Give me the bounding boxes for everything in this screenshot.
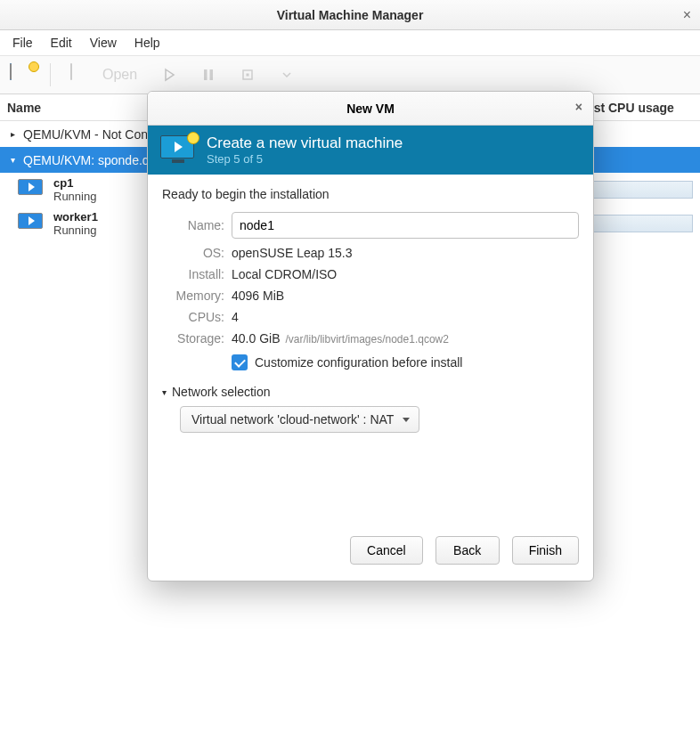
menubar: File Edit View Help (0, 30, 700, 55)
caret-down-icon: ▾ (7, 155, 18, 165)
customize-row: Customize configuration before install (232, 354, 579, 370)
caret-right-icon: ▸ (7, 129, 18, 139)
customize-label: Customize configuration before install (255, 355, 462, 370)
window-close-button[interactable]: × (683, 7, 691, 23)
value-storage: 40.0 GiB /var/lib/libvirt/images/node1.q… (232, 331, 579, 346)
cpu-usage-graph (586, 215, 693, 232)
value-os: openSUSE Leap 15.3 (232, 246, 579, 260)
menu-help[interactable]: Help (127, 33, 167, 53)
new-vm-button[interactable] (9, 61, 37, 89)
shutdown-button[interactable] (233, 61, 262, 89)
network-selection-label: Network selection (172, 385, 271, 399)
vm-name: worker1 (53, 210, 98, 224)
caret-down-icon: ▾ (162, 387, 167, 397)
new-vm-wizard-icon (160, 135, 196, 166)
new-vm-icon (10, 64, 37, 85)
dialog-banner: Create a new virtual machine Step 5 of 5 (148, 126, 593, 175)
back-button[interactable]: Back (435, 536, 500, 565)
label-os: OS: (162, 246, 224, 260)
menu-edit[interactable]: Edit (44, 33, 79, 53)
stop-icon (240, 68, 255, 82)
svg-rect-3 (247, 74, 249, 77)
vm-status: Running (53, 190, 96, 203)
shutdown-menu-button[interactable] (273, 61, 301, 89)
monitor-icon (70, 64, 97, 85)
vm-running-icon (18, 179, 45, 200)
ready-text: Ready to begin the installation (162, 187, 579, 201)
menu-file[interactable]: File (5, 33, 40, 53)
storage-size: 40.0 GiB (232, 331, 280, 346)
toolbar-separator (50, 63, 51, 86)
chevron-down-icon (282, 72, 291, 77)
pause-icon (201, 68, 216, 82)
dialog-titlebar: New VM × (148, 92, 593, 126)
play-icon (162, 68, 176, 82)
banner-step: Step 5 of 5 (207, 152, 403, 166)
storage-path: /var/lib/libvirt/images/node1.qcow2 (285, 333, 448, 346)
banner-title: Create a new virtual machine (207, 134, 403, 152)
label-storage: Storage: (162, 331, 224, 346)
pause-button[interactable] (194, 61, 223, 89)
value-cpus: 4 (232, 310, 579, 324)
finish-button[interactable]: Finish (512, 536, 579, 565)
label-name: Name: (162, 218, 224, 232)
name-input[interactable] (232, 212, 579, 239)
svg-rect-0 (204, 69, 208, 80)
network-selection-expander[interactable]: ▾ Network selection (162, 385, 579, 399)
dialog-title: New VM (346, 102, 395, 116)
network-combo[interactable]: Virtual network 'cloud-network' : NAT (180, 406, 419, 433)
vm-running-icon (18, 213, 45, 234)
window-title: Virtual Machine Manager (277, 8, 424, 22)
new-vm-dialog: New VM × Create a new virtual machine St… (147, 91, 594, 581)
run-button[interactable] (155, 61, 183, 89)
dialog-body: Ready to begin the installation Name: OS… (148, 175, 593, 447)
label-install: Install: (162, 267, 224, 281)
customize-checkbox[interactable] (232, 354, 248, 370)
network-combo-value: Virtual network 'cloud-network' : NAT (191, 412, 394, 427)
menu-view[interactable]: View (83, 33, 124, 53)
dialog-buttons: Cancel Back Finish (148, 536, 593, 581)
cancel-button[interactable]: Cancel (350, 536, 423, 565)
vm-name: cp1 (53, 176, 96, 190)
open-button[interactable]: Open (63, 61, 144, 89)
label-cpus: CPUs: (162, 310, 224, 324)
value-install: Local CDROM/ISO (232, 267, 579, 281)
cpu-usage-graph (586, 181, 693, 199)
toolbar: Open (0, 55, 700, 94)
open-button-label: Open (102, 67, 137, 83)
dialog-close-button[interactable]: × (575, 100, 582, 114)
titlebar: Virtual Machine Manager × (0, 0, 700, 30)
svg-rect-1 (210, 69, 214, 80)
summary-grid: Name: OS: openSUSE Leap 15.3 Install: Lo… (162, 212, 579, 346)
value-memory: 4096 MiB (232, 289, 579, 303)
label-memory: Memory: (162, 289, 224, 303)
vm-status: Running (53, 224, 98, 237)
